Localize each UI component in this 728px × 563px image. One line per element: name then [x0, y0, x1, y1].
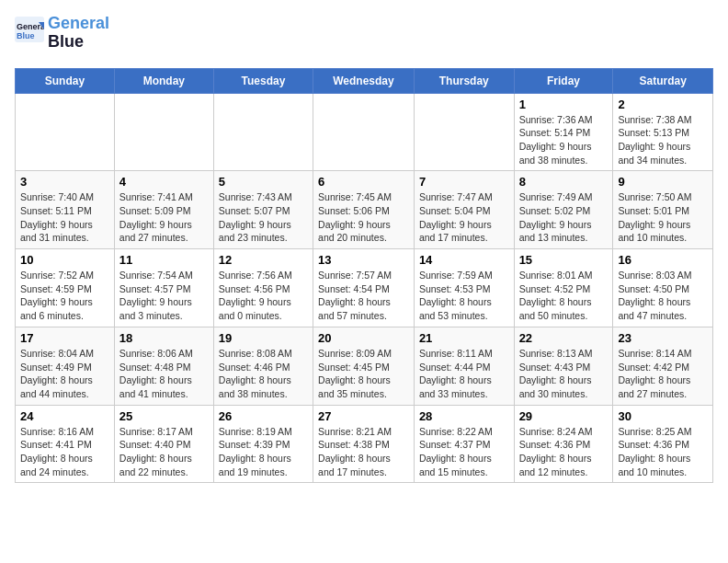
day-info: Sunrise: 8:08 AM Sunset: 4:46 PM Dayligh…	[219, 347, 308, 401]
calendar-cell: 18Sunrise: 8:06 AM Sunset: 4:48 PM Dayli…	[114, 327, 213, 405]
calendar-cell: 11Sunrise: 7:54 AM Sunset: 4:57 PM Dayli…	[114, 249, 213, 327]
day-info: Sunrise: 7:47 AM Sunset: 5:04 PM Dayligh…	[419, 190, 509, 245]
calendar-cell: 10Sunrise: 7:52 AM Sunset: 4:59 PM Dayli…	[16, 249, 115, 327]
day-number: 11	[119, 253, 209, 267]
day-info: Sunrise: 7:45 AM Sunset: 5:06 PM Dayligh…	[318, 190, 409, 245]
day-number: 26	[219, 409, 308, 423]
day-info: Sunrise: 8:24 AM Sunset: 4:36 PM Dayligh…	[519, 425, 609, 479]
day-info: Sunrise: 7:56 AM Sunset: 4:56 PM Dayligh…	[219, 269, 308, 323]
day-number: 23	[618, 331, 708, 345]
day-info: Sunrise: 7:49 AM Sunset: 5:02 PM Dayligh…	[519, 190, 609, 245]
day-number: 27	[318, 409, 409, 423]
day-number: 4	[119, 175, 209, 189]
calendar-cell: 4Sunrise: 7:41 AM Sunset: 5:09 PM Daylig…	[114, 171, 213, 249]
day-info: Sunrise: 7:40 AM Sunset: 5:11 PM Dayligh…	[20, 190, 109, 245]
day-number: 9	[618, 175, 708, 189]
day-number: 8	[519, 175, 609, 189]
calendar-cell: 26Sunrise: 8:19 AM Sunset: 4:39 PM Dayli…	[213, 405, 313, 483]
header-cell-thursday: Thursday	[414, 68, 514, 93]
day-number: 2	[618, 98, 708, 111]
calendar-cell: 19Sunrise: 8:08 AM Sunset: 4:46 PM Dayli…	[213, 327, 313, 405]
day-info: Sunrise: 7:50 AM Sunset: 5:01 PM Dayligh…	[618, 190, 708, 245]
day-info: Sunrise: 8:19 AM Sunset: 4:39 PM Dayligh…	[219, 425, 308, 479]
day-info: Sunrise: 8:01 AM Sunset: 4:52 PM Dayligh…	[519, 269, 609, 323]
day-number: 28	[419, 409, 509, 423]
calendar-cell: 25Sunrise: 8:17 AM Sunset: 4:40 PM Dayli…	[114, 405, 213, 483]
day-number: 22	[519, 331, 609, 345]
day-number: 16	[618, 253, 708, 267]
calendar-cell: 8Sunrise: 7:49 AM Sunset: 5:02 PM Daylig…	[514, 171, 613, 249]
calendar-cell: 3Sunrise: 7:40 AM Sunset: 5:11 PM Daylig…	[16, 171, 115, 249]
day-number: 19	[219, 331, 308, 345]
calendar-cell: 12Sunrise: 7:56 AM Sunset: 4:56 PM Dayli…	[213, 249, 313, 327]
calendar-week-row: 17Sunrise: 8:04 AM Sunset: 4:49 PM Dayli…	[16, 327, 713, 405]
day-number: 5	[219, 175, 308, 189]
day-info: Sunrise: 8:11 AM Sunset: 4:44 PM Dayligh…	[419, 347, 509, 401]
calendar-cell: 30Sunrise: 8:25 AM Sunset: 4:36 PM Dayli…	[613, 405, 713, 483]
calendar-cell: 2Sunrise: 7:38 AM Sunset: 5:13 PM Daylig…	[613, 93, 713, 171]
calendar-cell	[313, 93, 415, 171]
day-info: Sunrise: 8:16 AM Sunset: 4:41 PM Dayligh…	[20, 425, 109, 479]
calendar-cell: 28Sunrise: 8:22 AM Sunset: 4:37 PM Dayli…	[414, 405, 514, 483]
calendar-week-row: 3Sunrise: 7:40 AM Sunset: 5:11 PM Daylig…	[16, 171, 713, 249]
calendar-cell: 17Sunrise: 8:04 AM Sunset: 4:49 PM Dayli…	[16, 327, 115, 405]
header-cell-saturday: Saturday	[613, 68, 713, 93]
calendar-cell: 16Sunrise: 8:03 AM Sunset: 4:50 PM Dayli…	[613, 249, 713, 327]
header-cell-sunday: Sunday	[16, 68, 115, 93]
calendar-week-row: 1Sunrise: 7:36 AM Sunset: 5:14 PM Daylig…	[16, 93, 713, 171]
day-number: 17	[20, 331, 109, 345]
day-number: 12	[219, 253, 308, 267]
calendar-cell: 6Sunrise: 7:45 AM Sunset: 5:06 PM Daylig…	[313, 171, 415, 249]
day-number: 13	[318, 253, 409, 267]
day-info: Sunrise: 8:03 AM Sunset: 4:50 PM Dayligh…	[618, 269, 708, 323]
calendar-cell: 24Sunrise: 8:16 AM Sunset: 4:41 PM Dayli…	[16, 405, 115, 483]
day-number: 24	[20, 409, 109, 423]
day-number: 29	[519, 409, 609, 423]
calendar-cell	[114, 93, 213, 171]
day-info: Sunrise: 8:04 AM Sunset: 4:49 PM Dayligh…	[20, 347, 109, 401]
calendar-cell: 7Sunrise: 7:47 AM Sunset: 5:04 PM Daylig…	[414, 171, 514, 249]
calendar-cell: 1Sunrise: 7:36 AM Sunset: 5:14 PM Daylig…	[514, 93, 613, 171]
calendar-body: 1Sunrise: 7:36 AM Sunset: 5:14 PM Daylig…	[16, 93, 713, 483]
day-info: Sunrise: 8:21 AM Sunset: 4:38 PM Dayligh…	[318, 425, 409, 479]
day-info: Sunrise: 8:14 AM Sunset: 4:42 PM Dayligh…	[618, 347, 708, 401]
day-number: 25	[119, 409, 209, 423]
logo-icon: General Blue	[15, 17, 44, 42]
svg-text:Blue: Blue	[17, 31, 35, 40]
calendar-header: SundayMondayTuesdayWednesdayThursdayFrid…	[16, 68, 713, 93]
day-info: Sunrise: 7:38 AM Sunset: 5:13 PM Dayligh…	[618, 113, 708, 167]
calendar-cell: 9Sunrise: 7:50 AM Sunset: 5:01 PM Daylig…	[613, 171, 713, 249]
day-info: Sunrise: 8:22 AM Sunset: 4:37 PM Dayligh…	[419, 425, 509, 479]
day-info: Sunrise: 7:57 AM Sunset: 4:54 PM Dayligh…	[318, 269, 409, 323]
day-number: 14	[419, 253, 509, 267]
day-number: 30	[618, 409, 708, 423]
calendar-cell: 20Sunrise: 8:09 AM Sunset: 4:45 PM Dayli…	[313, 327, 415, 405]
header-cell-wednesday: Wednesday	[313, 68, 415, 93]
calendar-cell: 27Sunrise: 8:21 AM Sunset: 4:38 PM Dayli…	[313, 405, 415, 483]
day-number: 1	[519, 98, 609, 111]
day-info: Sunrise: 8:06 AM Sunset: 4:48 PM Dayligh…	[119, 347, 209, 401]
header-row: SundayMondayTuesdayWednesdayThursdayFrid…	[16, 68, 713, 93]
calendar-cell: 22Sunrise: 8:13 AM Sunset: 4:43 PM Dayli…	[514, 327, 613, 405]
calendar-cell: 13Sunrise: 7:57 AM Sunset: 4:54 PM Dayli…	[313, 249, 415, 327]
calendar-cell: 23Sunrise: 8:14 AM Sunset: 4:42 PM Dayli…	[613, 327, 713, 405]
logo-text: GeneralBlue	[48, 15, 109, 52]
day-info: Sunrise: 8:09 AM Sunset: 4:45 PM Dayligh…	[318, 347, 409, 401]
day-number: 18	[119, 331, 209, 345]
day-info: Sunrise: 7:41 AM Sunset: 5:09 PM Dayligh…	[119, 190, 209, 245]
calendar-cell	[16, 93, 115, 171]
calendar-cell	[414, 93, 514, 171]
calendar-table: SundayMondayTuesdayWednesdayThursdayFrid…	[15, 68, 713, 484]
day-info: Sunrise: 8:25 AM Sunset: 4:36 PM Dayligh…	[618, 425, 708, 479]
day-number: 6	[318, 175, 409, 189]
calendar-cell: 29Sunrise: 8:24 AM Sunset: 4:36 PM Dayli…	[514, 405, 613, 483]
header-cell-monday: Monday	[114, 68, 213, 93]
day-number: 21	[419, 331, 509, 345]
day-info: Sunrise: 7:36 AM Sunset: 5:14 PM Dayligh…	[519, 113, 609, 167]
day-info: Sunrise: 7:43 AM Sunset: 5:07 PM Dayligh…	[219, 190, 308, 245]
day-number: 15	[519, 253, 609, 267]
calendar-cell: 21Sunrise: 8:11 AM Sunset: 4:44 PM Dayli…	[414, 327, 514, 405]
day-number: 10	[20, 253, 109, 267]
day-info: Sunrise: 7:54 AM Sunset: 4:57 PM Dayligh…	[119, 269, 209, 323]
day-number: 3	[20, 175, 109, 189]
